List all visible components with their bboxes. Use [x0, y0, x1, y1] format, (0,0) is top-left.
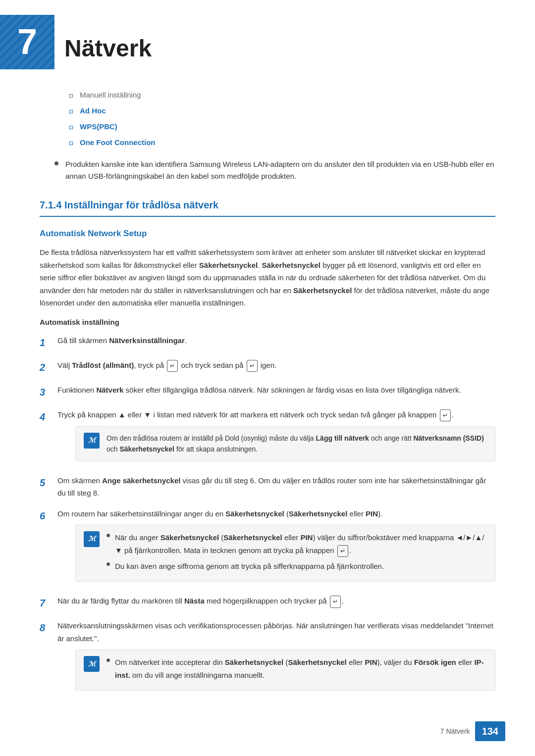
step-6: 6 Om routern har säkerhetsinställningar …	[40, 507, 495, 587]
footer-page-number: 134	[475, 721, 505, 741]
item-text: WPS(PBC)	[80, 121, 117, 133]
step-3: 3 Funktionen Nätverk söker efter tillgän…	[40, 384, 495, 401]
note-content: Om nätverket inte accepterar din Säkerhe…	[107, 656, 487, 684]
chapter-title: Nätverk	[64, 15, 152, 68]
enter-button-icon: ↵	[330, 596, 341, 607]
step-1-content: Gå till skärmen Nätverksinställningar.	[57, 334, 495, 347]
page-footer: 7 Nätverk 134	[440, 721, 505, 741]
note-bullets: När du anger Säkerhetsnyckel (Säkerhetsn…	[107, 531, 487, 572]
list-item: Manuell inställning	[69, 89, 495, 101]
note-box-8: ℳ Om nätverket inte accepterar din Säker…	[75, 650, 495, 691]
step-num-2: 2	[40, 359, 57, 376]
note-bullet-text: Om nätverket inte accepterar din Säkerhe…	[115, 656, 487, 681]
chapter-number: 7	[0, 15, 54, 69]
step-num-5: 5	[40, 474, 57, 491]
warning-text: Produkten kanske inte kan identifiera Sa…	[65, 158, 495, 182]
main-content: Manuell inställning Ad Hoc WPS(PBC) One …	[0, 89, 535, 743]
note-bullet-item: Om nätverket inte accepterar din Säkerhe…	[107, 656, 487, 681]
note-box-4: ℳ Om den trådlösa routern är inställd på…	[75, 426, 495, 461]
body-paragraph: De flesta trådlösa nätverkssystem har et…	[40, 246, 495, 309]
note-bullets: Om nätverket inte accepterar din Säkerhe…	[107, 656, 487, 681]
step-5: 5 Om skärmen Ange säkerhetsnyckel visas …	[40, 474, 495, 500]
section-7-1-4-heading: 7.1.4 Inställningar för trådlösa nätverk	[40, 197, 495, 217]
step-num-7: 7	[40, 595, 57, 611]
step-8-content: Nätverksanslutningsskärmen visas och ver…	[57, 619, 495, 696]
enter-button-icon: ↵	[167, 360, 178, 372]
step-5-content: Om skärmen Ange säkerhetsnyckel visas gå…	[57, 474, 495, 500]
sub-items-list: Manuell inställning Ad Hoc WPS(PBC) One …	[69, 89, 495, 149]
note-icon: ℳ	[84, 433, 100, 449]
step-6-content: Om routern har säkerhetsinställningar an…	[57, 507, 495, 587]
step-1: 1 Gå till skärmen Nätverksinställningar.	[40, 334, 495, 351]
step-4: 4 Tryck på knappen ▲ eller ▼ i listan me…	[40, 408, 495, 466]
step-num-6: 6	[40, 507, 57, 524]
note-bullet-item: När du anger Säkerhetsnyckel (Säkerhetsn…	[107, 531, 487, 557]
note-box-6: ℳ När du anger Säkerhetsnyckel (Säkerhet…	[75, 525, 495, 582]
list-item: Ad Hoc	[69, 105, 495, 117]
step-num-3: 3	[40, 384, 57, 401]
steps-list: 1 Gå till skärmen Nätverksinställningar.…	[40, 334, 495, 696]
item-text: Ad Hoc	[80, 105, 106, 117]
item-text: One Foot Connection	[80, 137, 155, 149]
automatisk-heading: Automatisk inställning	[40, 316, 495, 328]
step-num-1: 1	[40, 334, 57, 351]
item-text: Manuell inställning	[80, 89, 141, 101]
enter-button-icon: ↵	[440, 409, 451, 421]
list-item: WPS(PBC)	[69, 121, 495, 133]
step-num-4: 4	[40, 408, 57, 425]
note-bullet-text: Du kan även ange siffrorna genom att try…	[115, 560, 384, 573]
enter-button-icon: ↵	[337, 545, 348, 557]
step-3-content: Funktionen Nätverk söker efter tillgängl…	[57, 384, 495, 397]
step-4-content: Tryck på knappen ▲ eller ▼ i listan med …	[57, 408, 495, 466]
page-header: 7 Nätverk	[0, 0, 535, 79]
enter-button-icon: ↵	[247, 360, 258, 372]
warning-list: Produkten kanske inte kan identifiera Sa…	[54, 158, 495, 182]
note-icon: ℳ	[84, 656, 100, 672]
note-content: När du anger Säkerhetsnyckel (Säkerhetsn…	[107, 531, 487, 575]
step-num-8: 8	[40, 619, 57, 636]
subsection-heading: Automatisk Network Setup	[40, 227, 495, 240]
note-bullet-item: Du kan även ange siffrorna genom att try…	[107, 560, 487, 573]
note-bullet-text: När du anger Säkerhetsnyckel (Säkerhetsn…	[115, 531, 487, 557]
footer-chapter-label: 7 Nätverk	[440, 726, 470, 737]
warning-item: Produkten kanske inte kan identifiera Sa…	[54, 158, 495, 182]
step-8: 8 Nätverksanslutningsskärmen visas och v…	[40, 619, 495, 696]
step-2: 2 Välj Trådlöst (allmänt), tryck på ↵ oc…	[40, 359, 495, 376]
note-content: Om den trådlösa routern är inställd på D…	[107, 433, 487, 455]
note-icon: ℳ	[84, 531, 100, 547]
step-7-content: När du är färdig flyttar du markören til…	[57, 595, 495, 607]
step-2-content: Välj Trådlöst (allmänt), tryck på ↵ och …	[57, 359, 495, 372]
list-item: One Foot Connection	[69, 137, 495, 149]
step-7: 7 När du är färdig flyttar du markören t…	[40, 595, 495, 611]
